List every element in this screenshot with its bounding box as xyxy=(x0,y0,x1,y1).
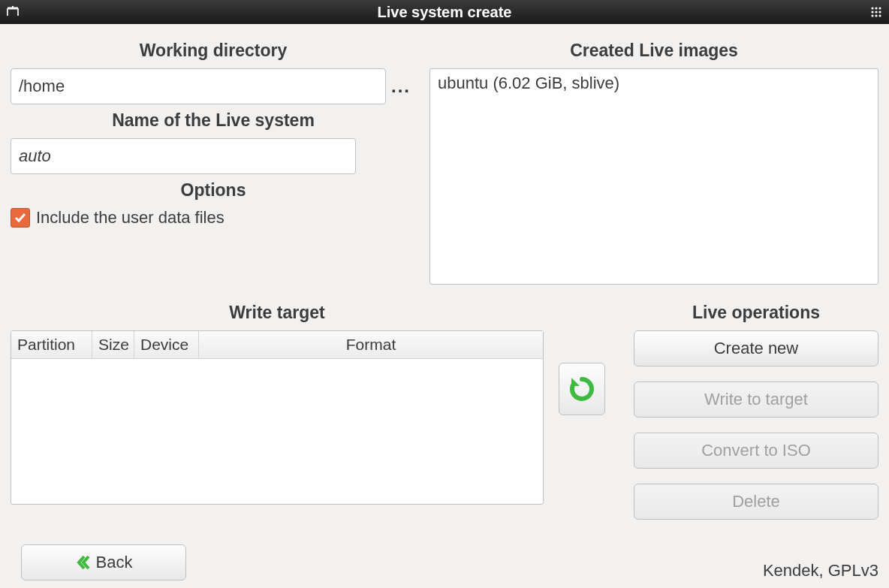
svg-point-5 xyxy=(878,11,881,13)
browse-directory-button[interactable]: ... xyxy=(386,68,416,104)
live-operations-label: Live operations xyxy=(634,303,878,323)
col-size[interactable]: Size xyxy=(92,331,134,358)
back-button-label: Back xyxy=(96,553,133,572)
refresh-button[interactable] xyxy=(559,363,605,415)
svg-point-3 xyxy=(871,11,873,13)
refresh-column xyxy=(559,303,619,415)
back-chevron-icon xyxy=(75,554,92,571)
live-system-name-label: Name of the Live system xyxy=(11,110,416,131)
left-column: Working directory ... Name of the Live s… xyxy=(11,35,416,285)
col-device[interactable]: Device xyxy=(134,331,199,358)
live-operations-column: Live operations Create new Write to targ… xyxy=(634,303,878,520)
create-new-button[interactable]: Create new xyxy=(634,330,878,366)
write-target-column: Write target Partition Size Device Forma… xyxy=(11,303,544,505)
right-column: Created Live images ubuntu (6.02 GiB, sb… xyxy=(429,35,878,285)
table-header: Partition Size Device Format xyxy=(11,331,543,359)
svg-point-7 xyxy=(875,14,877,17)
options-label: Options xyxy=(11,180,416,201)
col-format[interactable]: Format xyxy=(199,331,543,358)
refresh-icon xyxy=(568,375,596,403)
include-user-data-checkbox[interactable] xyxy=(11,208,30,228)
svg-point-6 xyxy=(871,14,873,17)
svg-point-2 xyxy=(878,7,881,9)
delete-button[interactable]: Delete xyxy=(634,484,878,520)
convert-to-iso-button[interactable]: Convert to ISO xyxy=(634,433,878,469)
created-live-images-label: Created Live images xyxy=(429,41,878,61)
window-menu-icon[interactable] xyxy=(6,5,20,19)
titlebar: Live system create xyxy=(0,0,889,24)
write-to-target-button[interactable]: Write to target xyxy=(634,381,878,418)
svg-point-8 xyxy=(878,14,881,17)
created-images-list[interactable]: ubuntu (6.02 GiB, sblive) xyxy=(429,68,878,285)
list-item[interactable]: ubuntu (6.02 GiB, sblive) xyxy=(438,74,870,93)
credits-label: Kendek, GPLv3 xyxy=(763,561,878,580)
svg-point-1 xyxy=(875,7,877,9)
apps-grid-icon[interactable] xyxy=(869,5,883,19)
working-directory-input[interactable] xyxy=(11,68,386,104)
svg-point-4 xyxy=(875,11,877,13)
write-target-label: Write target xyxy=(11,303,544,323)
include-user-data-label: Include the user data files xyxy=(36,208,225,228)
working-directory-label: Working directory xyxy=(11,41,416,61)
write-target-table[interactable]: Partition Size Device Format xyxy=(11,330,544,505)
live-system-name-input[interactable] xyxy=(11,138,356,174)
svg-point-0 xyxy=(871,7,873,9)
window-title: Live system create xyxy=(20,4,869,21)
col-partition[interactable]: Partition xyxy=(11,331,92,358)
back-button[interactable]: Back xyxy=(21,544,186,580)
